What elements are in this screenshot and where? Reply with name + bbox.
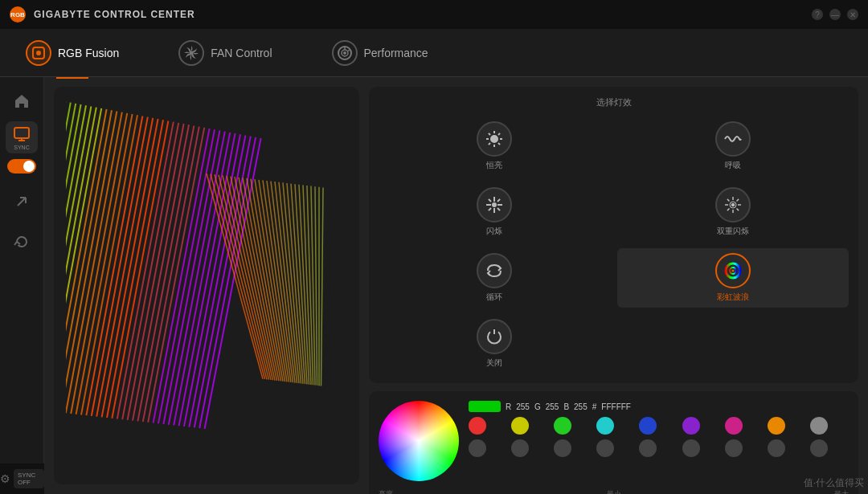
effects-grid: 恒亮 呼吸	[379, 116, 849, 374]
effect-off[interactable]: 关闭	[379, 314, 611, 374]
app-title: GIGABYTE CONTROL CENTER	[34, 9, 804, 20]
preset-pink[interactable]	[725, 417, 743, 435]
watermark: 值·什么值得买	[804, 476, 864, 490]
sidebar-item-display[interactable]: SYNC	[6, 121, 38, 153]
svg-point-41	[731, 270, 734, 272]
svg-point-28	[493, 203, 496, 206]
help-button[interactable]: ?	[812, 9, 823, 20]
sync-off-button[interactable]: SYNC OFF	[14, 469, 44, 488]
svg-line-6	[347, 50, 350, 51]
sync-label: SYNC	[14, 145, 29, 150]
effect-breathe[interactable]: 呼吸	[617, 116, 850, 176]
preset-blue[interactable]	[639, 417, 657, 435]
preset-green[interactable]	[554, 417, 571, 435]
brightness-header: 亮度 最小 最大	[379, 489, 849, 494]
svg-line-24	[489, 199, 491, 202]
sidebar-item-arrow[interactable]	[6, 186, 38, 218]
rgb-display-row: R 255 G 255 B 255 # FFFFFF	[469, 401, 849, 412]
preset-dark6[interactable]	[682, 439, 700, 457]
effect-flash-icon	[477, 187, 512, 223]
preset-dark7[interactable]	[725, 439, 743, 457]
preset-dark9[interactable]	[810, 439, 828, 457]
preset-purple[interactable]	[682, 417, 700, 435]
hex-value: FFFFFF	[601, 402, 631, 411]
effect-double-flash[interactable]: 双重闪烁	[617, 182, 850, 242]
sidebar: SYNC	[0, 77, 44, 494]
effect-static[interactable]: 恒亮	[379, 116, 611, 176]
effect-flash-label: 闪烁	[486, 226, 502, 237]
window-controls: ? — ✕	[812, 9, 858, 20]
nav-fan-control[interactable]: FAN Control	[169, 34, 281, 72]
bottom-bar: ⚙ SYNC OFF	[0, 463, 44, 494]
rgb-fusion-label: RGB Fusion	[58, 47, 119, 59]
svg-point-1	[36, 51, 41, 55]
effect-rainbow-label: 彩虹波浪	[717, 292, 749, 303]
content-area: 选择灯效	[44, 77, 868, 494]
svg-rect-8	[14, 128, 29, 138]
preset-dark1[interactable]	[469, 439, 486, 457]
color-swatch	[469, 401, 501, 412]
app-icon: RGB	[10, 6, 26, 22]
nav-rgb-fusion[interactable]: RGB Fusion	[16, 34, 129, 72]
brightness-label: 亮度	[379, 489, 393, 494]
minimize-button[interactable]: —	[829, 9, 841, 20]
b-value: 255	[574, 402, 588, 411]
sidebar-item-home[interactable]	[6, 85, 38, 117]
r-label: R	[506, 402, 511, 411]
preset-gray[interactable]	[810, 417, 828, 435]
svg-line-35	[727, 209, 730, 211]
svg-line-27	[497, 199, 500, 202]
rgb-preview-canvas	[66, 99, 347, 472]
svg-line-34	[736, 209, 739, 211]
color-presets-row2	[469, 439, 849, 457]
effect-static-icon	[477, 121, 512, 157]
titlebar: RGB GIGABYTE CONTROL CENTER ? — ✕	[0, 0, 868, 29]
effect-flash[interactable]: 闪烁	[379, 182, 611, 242]
fan-control-label: FAN Control	[211, 47, 272, 59]
effect-cycle-icon	[477, 253, 512, 288]
effect-rainbow[interactable]: 彩虹波浪	[617, 248, 850, 308]
brightness-min: 最小	[607, 489, 621, 494]
effect-double-flash-label: 双重闪烁	[717, 226, 749, 237]
preset-dark3[interactable]	[554, 439, 571, 457]
preset-dark2[interactable]	[511, 439, 529, 457]
effect-rainbow-icon	[715, 253, 751, 288]
effect-cycle-label: 循环	[486, 292, 502, 303]
settings-icon[interactable]: ⚙	[0, 472, 10, 485]
svg-line-19	[498, 133, 500, 135]
preset-red[interactable]	[469, 417, 486, 435]
sidebar-item-refresh[interactable]	[6, 226, 38, 258]
color-panel: R 255 G 255 B 255 # FFFFFF	[369, 391, 858, 494]
preset-dark8[interactable]	[768, 439, 785, 457]
svg-line-36	[736, 199, 739, 202]
slider-section: 亮度 最小 最大 速度 最小	[379, 489, 849, 494]
effects-title: 选择灯效	[379, 96, 849, 108]
color-wheel-row: R 255 G 255 B 255 # FFFFFF	[379, 401, 849, 481]
svg-line-18	[489, 143, 490, 145]
performance-icon	[332, 40, 358, 66]
svg-point-11	[491, 136, 497, 142]
svg-line-33	[727, 199, 730, 202]
hex-label: #	[592, 402, 597, 411]
svg-line-25	[497, 208, 500, 210]
effect-off-label: 关闭	[486, 357, 502, 369]
effects-panel: 选择灯效	[369, 87, 858, 383]
svg-line-16	[489, 133, 490, 135]
sync-toggle[interactable]	[7, 159, 36, 174]
g-value: 255	[546, 402, 559, 411]
close-button[interactable]: ✕	[847, 9, 858, 20]
effect-breathe-label: 呼吸	[725, 160, 741, 171]
color-wheel[interactable]	[379, 401, 459, 481]
fan-control-icon	[178, 40, 204, 66]
preset-cyan[interactable]	[596, 417, 614, 435]
effect-static-label: 恒亮	[486, 160, 502, 171]
preset-yellow[interactable]	[511, 417, 529, 435]
b-label: B	[563, 402, 569, 411]
effect-cycle[interactable]: 循环	[379, 248, 611, 308]
preset-orange[interactable]	[768, 417, 785, 435]
effect-off-icon	[477, 319, 512, 354]
preset-dark5[interactable]	[639, 439, 657, 457]
preset-dark4[interactable]	[596, 439, 614, 457]
svg-line-26	[489, 208, 491, 210]
nav-performance[interactable]: Performance	[322, 34, 438, 72]
